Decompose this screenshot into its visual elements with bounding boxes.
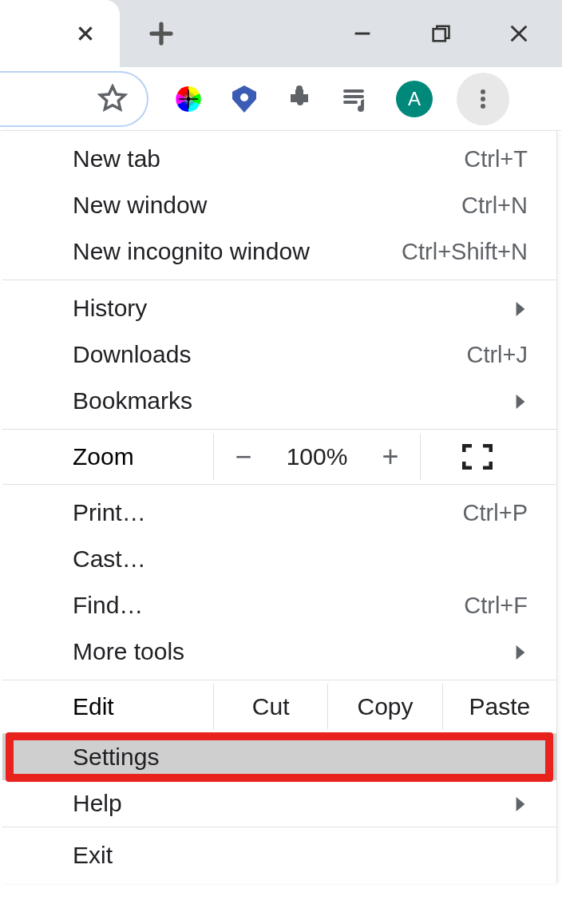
menu-shortcut: Ctrl+F [464, 593, 528, 619]
new-tab-button[interactable] [147, 19, 176, 48]
menu-label: Settings [73, 744, 159, 771]
svg-point-5 [358, 105, 364, 112]
window-controls [351, 22, 562, 45]
bookmark-star-icon[interactable] [97, 84, 128, 114]
menu-label: New window [73, 192, 207, 219]
svg-point-4 [296, 85, 303, 92]
zoom-value: 100% [273, 443, 361, 470]
menu-downloads[interactable]: Downloads Ctrl+J [2, 331, 556, 378]
menu-label: Help [73, 790, 122, 817]
menu-label: Print… [73, 499, 146, 526]
submenu-arrow-icon [513, 295, 528, 322]
omnibox-end [0, 71, 148, 127]
submenu-arrow-icon [513, 790, 528, 817]
media-control-icon[interactable] [340, 83, 372, 115]
menu-new-window[interactable]: New window Ctrl+N [2, 182, 556, 228]
extension-color-picker-icon[interactable] [172, 83, 204, 115]
submenu-arrow-icon [513, 387, 528, 414]
menu-shortcut: Ctrl+N [461, 192, 528, 219]
menu-history[interactable]: History [2, 285, 556, 331]
toolbar: A [0, 67, 562, 131]
menu-print[interactable]: Print… Ctrl+P [2, 490, 556, 536]
overflow-menu: New tab Ctrl+T New window Ctrl+N New inc… [2, 131, 557, 883]
fullscreen-button[interactable] [420, 434, 533, 480]
menu-more-tools[interactable]: More tools [2, 629, 556, 675]
menu-label: Downloads [73, 341, 191, 368]
settings-highlight: Settings [2, 734, 556, 780]
menu-cast[interactable]: Cast… [2, 536, 556, 582]
menu-label: Edit [73, 693, 213, 720]
edit-paste-button[interactable]: Paste [442, 684, 556, 730]
menu-exit[interactable]: Exit [2, 832, 556, 878]
menu-label: Zoom [73, 443, 213, 470]
overflow-menu-button[interactable] [457, 73, 509, 125]
menu-edit-row: Edit Cut Copy Paste [2, 680, 556, 733]
vertical-dots-icon [481, 87, 485, 111]
zoom-in-button[interactable]: + [361, 440, 420, 474]
menu-shortcut: Ctrl+P [463, 500, 528, 526]
menu-shortcut: Ctrl+J [466, 342, 528, 368]
menu-new-incognito[interactable]: New incognito window Ctrl+Shift+N [2, 228, 556, 275]
submenu-arrow-icon [513, 638, 528, 665]
menu-label: More tools [73, 638, 184, 665]
active-tab[interactable] [0, 0, 120, 67]
menu-label: History [73, 295, 147, 322]
minimize-button[interactable] [351, 22, 374, 45]
edit-copy-button[interactable]: Copy [327, 684, 441, 730]
menu-help[interactable]: Help [2, 780, 556, 827]
fullscreen-icon [462, 444, 493, 470]
menu-new-tab[interactable]: New tab Ctrl+T [2, 136, 556, 182]
menu-bookmarks[interactable]: Bookmarks [2, 378, 556, 424]
tab-bar [0, 0, 562, 67]
extensions-puzzle-icon[interactable] [284, 83, 316, 115]
maximize-button[interactable] [429, 22, 452, 45]
close-tab-icon[interactable] [75, 23, 96, 44]
menu-shortcut: Ctrl+T [464, 146, 528, 173]
edit-cut-button[interactable]: Cut [213, 684, 327, 730]
close-window-button[interactable] [508, 22, 530, 45]
menu-label: Find… [73, 592, 143, 619]
menu-find[interactable]: Find… Ctrl+F [2, 582, 556, 629]
avatar-letter: A [408, 88, 421, 110]
svg-point-3 [240, 93, 248, 101]
menu-settings[interactable]: Settings [2, 734, 556, 780]
profile-avatar[interactable]: A [396, 81, 433, 117]
menu-label: New tab [73, 145, 160, 173]
svg-rect-0 [433, 29, 445, 41]
menu-label: Bookmarks [73, 387, 192, 414]
menu-label: Exit [73, 842, 113, 869]
menu-label: Cast… [73, 545, 146, 573]
zoom-controls: − 100% + [213, 434, 420, 480]
svg-point-2 [187, 97, 191, 101]
menu-zoom-row: Zoom − 100% + [2, 430, 556, 484]
menu-label: New incognito window [73, 238, 310, 265]
menu-shortcut: Ctrl+Shift+N [402, 239, 528, 265]
extension-shield-icon[interactable] [228, 83, 260, 115]
zoom-out-button[interactable]: − [214, 440, 273, 474]
